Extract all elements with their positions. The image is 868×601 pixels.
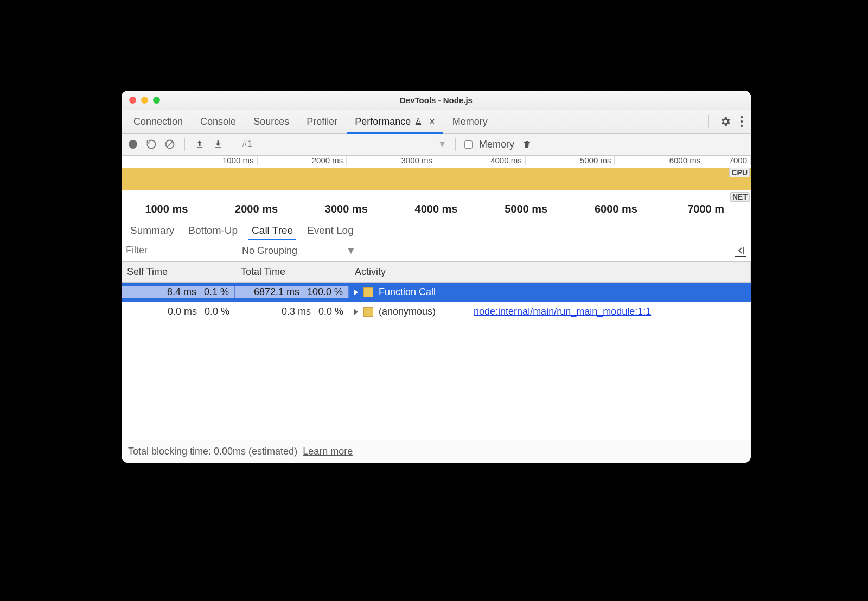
tab-profiler[interactable]: Profiler — [298, 110, 346, 133]
subtab-summary[interactable]: Summary — [129, 221, 175, 240]
col-self-time[interactable]: Self Time — [122, 262, 235, 282]
table-row[interactable]: 0.0 ms0.0 % 0.3 ms0.0 % (anonymous) node… — [122, 302, 751, 322]
table-header: Self Time Total Time Activity — [122, 262, 751, 283]
recording-toolbar: #1 ▼ Memory — [122, 134, 751, 156]
total-time-value: 6872.1 ms — [254, 286, 299, 298]
kebab-menu-icon[interactable] — [740, 116, 743, 127]
divider — [455, 138, 456, 151]
tick-label: 2000 ms — [212, 203, 302, 215]
tab-label: Profiler — [307, 116, 337, 127]
total-time-value: 0.3 ms — [282, 306, 311, 317]
tick-label: 6000 ms — [615, 156, 704, 165]
tick-label: 3000 ms — [301, 203, 391, 215]
cpu-lane: CPU — [122, 168, 751, 193]
memory-checkbox[interactable] — [464, 140, 473, 149]
subtab-call-tree[interactable]: Call Tree — [251, 221, 294, 240]
disclosure-triangle-icon[interactable] — [354, 309, 358, 315]
memory-checkbox-label: Memory — [479, 139, 514, 150]
activity-name: (anonymous) — [379, 306, 436, 317]
svg-point-0 — [741, 116, 743, 118]
tab-label: Sources — [253, 116, 289, 127]
timeline-overview[interactable]: 1000 ms 2000 ms 3000 ms 4000 ms 5000 ms … — [122, 156, 751, 218]
upload-button[interactable] — [194, 138, 206, 150]
record-button[interactable] — [127, 138, 139, 150]
tick-label: 6000 ms — [571, 203, 661, 215]
disclosure-triangle-icon[interactable] — [354, 289, 358, 296]
close-tab-button[interactable]: × — [429, 116, 435, 127]
download-button[interactable] — [212, 138, 224, 150]
dropdown-caret-icon: ▼ — [346, 245, 356, 257]
grouping-label: No Grouping — [242, 245, 297, 257]
self-pct-value: 0.1 % — [204, 286, 229, 298]
tick-label: 2000 ms — [258, 156, 347, 165]
window-title: DevTools - Node.js — [122, 95, 751, 105]
call-tree-rows: 8.4 ms0.1 % 6872.1 ms100.0 % Function Ca… — [122, 283, 751, 440]
detail-tabstrip: Summary Bottom-Up Call Tree Event Log — [122, 218, 751, 240]
subtab-bottom-up[interactable]: Bottom-Up — [187, 221, 239, 240]
tick-label: 7000 — [704, 156, 751, 165]
trash-button[interactable] — [521, 138, 533, 150]
total-pct-value: 0.0 % — [318, 306, 343, 317]
learn-more-link[interactable]: Learn more — [303, 446, 353, 457]
tick-label: 4000 ms — [436, 156, 526, 165]
tab-label: Connection — [133, 116, 183, 127]
source-link[interactable]: node:internal/main/run_main_module:1:1 — [474, 306, 651, 317]
grouping-dropdown[interactable]: No Grouping ▼ — [235, 245, 362, 257]
blocking-time-text: Total blocking time: 0.00ms (estimated) — [128, 446, 297, 457]
tick-label: 7000 m — [661, 203, 751, 215]
subtab-event-log[interactable]: Event Log — [306, 221, 355, 240]
dropdown-caret-icon[interactable]: ▼ — [438, 139, 446, 149]
timeline-ruler-small: 1000 ms 2000 ms 3000 ms 4000 ms 5000 ms … — [122, 156, 751, 168]
activity-name: Function Call — [379, 286, 436, 298]
session-id[interactable]: #1 — [242, 139, 252, 150]
svg-point-1 — [741, 120, 743, 123]
clear-button[interactable] — [164, 138, 176, 150]
timeline-ruler-large[interactable]: 1000 ms 2000 ms 3000 ms 4000 ms 5000 ms … — [122, 201, 751, 218]
tab-connection[interactable]: Connection — [125, 110, 192, 133]
self-pct-value: 0.0 % — [205, 306, 229, 317]
titlebar: DevTools - Node.js — [122, 91, 751, 110]
activity-color-swatch — [363, 287, 373, 297]
tab-label: Console — [200, 116, 236, 127]
divider — [184, 138, 185, 151]
devtools-window: DevTools - Node.js Connection Console So… — [122, 91, 751, 463]
footer: Total blocking time: 0.00ms (estimated) … — [122, 440, 751, 463]
gear-icon[interactable] — [719, 116, 731, 127]
svg-point-2 — [741, 125, 743, 127]
cpu-activity-bar — [122, 168, 751, 190]
tab-label: Memory — [452, 116, 488, 127]
tab-console[interactable]: Console — [192, 110, 245, 133]
net-lane-label: NET — [730, 192, 750, 202]
filter-bar: No Grouping ▼ — [122, 240, 751, 262]
tab-sources[interactable]: Sources — [245, 110, 298, 133]
tick-label: 1000 ms — [122, 203, 212, 215]
tick-label: 4000 ms — [391, 203, 481, 215]
self-time-value: 8.4 ms — [167, 286, 196, 298]
tab-performance[interactable]: Performance × — [346, 110, 444, 133]
tab-memory[interactable]: Memory — [444, 110, 496, 133]
activity-color-swatch — [363, 307, 373, 317]
collapse-sidebar-button[interactable] — [735, 245, 746, 257]
divider — [233, 138, 233, 151]
tick-label: 5000 ms — [526, 156, 615, 165]
tab-label: Performance — [355, 116, 411, 127]
reload-button[interactable] — [145, 138, 157, 150]
flask-icon — [414, 117, 423, 126]
col-total-time[interactable]: Total Time — [235, 262, 349, 282]
tick-label: 1000 ms — [168, 156, 258, 165]
col-activity[interactable]: Activity — [349, 262, 751, 282]
total-pct-value: 100.0 % — [307, 286, 343, 298]
divider — [708, 115, 709, 128]
tick-label: 3000 ms — [347, 156, 436, 165]
main-tabstrip: Connection Console Sources Profiler Perf… — [122, 110, 751, 134]
self-time-value: 0.0 ms — [168, 306, 197, 317]
tick-label: 5000 ms — [481, 203, 571, 215]
table-row[interactable]: 8.4 ms0.1 % 6872.1 ms100.0 % Function Ca… — [122, 283, 751, 302]
filter-input[interactable] — [122, 240, 235, 261]
cpu-lane-label: CPU — [729, 168, 750, 177]
